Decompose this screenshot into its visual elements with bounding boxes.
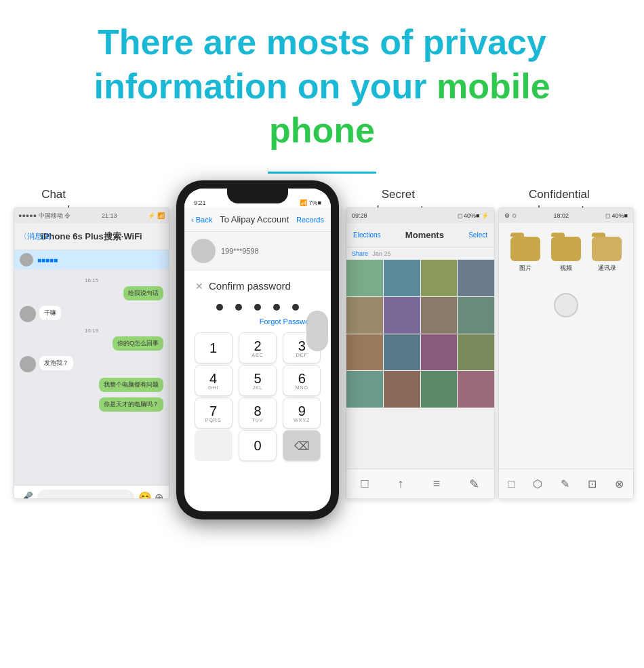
photos-status-bar: 09:28 ◻ 40%■ ⚡ [346, 208, 494, 223]
add-icon[interactable]: ⊕ [155, 491, 163, 499]
home-button[interactable] [554, 293, 578, 317]
photos-share-label[interactable]: Share [352, 250, 368, 257]
phone-account-number: 199***9598 [221, 247, 259, 255]
photo-cell-12[interactable] [458, 334, 494, 371]
keypad-row-4: 0 ⌫ [191, 430, 324, 461]
photo-cell-13[interactable] [346, 371, 383, 408]
files-toolbar-icon-5[interactable]: ⊗ [615, 477, 624, 490]
photo-cell-15[interactable] [421, 371, 458, 408]
photos-share-row: Share Jan 25 [346, 248, 494, 260]
photo-cell-9[interactable] [346, 334, 383, 371]
photo-cell-8[interactable] [458, 297, 494, 334]
photo-cell-10[interactable] [384, 334, 420, 371]
keypad-num-8: 8 [254, 404, 261, 418]
files-toolbar-icon-4[interactable]: ⊡ [588, 477, 597, 490]
files-toolbar-icon-3[interactable]: ✎ [561, 477, 569, 490]
photo-cell-14[interactable] [384, 371, 420, 408]
keypad-num-2: 2 [254, 339, 261, 353]
keypad-num-9: 9 [298, 404, 306, 418]
files-status-time: 18:02 [554, 212, 569, 219]
chat-bubble-1: 给我说句话 [123, 286, 163, 300]
keypad-key-7[interactable]: 7 PQRS [195, 397, 233, 429]
photo-cell-7[interactable] [421, 297, 458, 334]
keypad-letters-8: TUV [251, 418, 263, 423]
chat-carrier: ●●●●● 中国移动 令 [18, 212, 71, 220]
chat-status-bar: ●●●●● 中国移动 令 21:13 ⚡ 📶 [14, 208, 169, 223]
header-title: There are mosts of privacy information o… [41, 20, 603, 153]
keypad-num-4: 4 [209, 372, 217, 385]
phone-account-area: 199***9598 [184, 232, 331, 271]
photos-toolbar: □ ↑ ≡ ✎ [346, 469, 494, 498]
keypad-key-6[interactable]: 6 MNO [283, 365, 321, 396]
voice-icon[interactable]: 🎤 [20, 491, 33, 499]
phone-back-button[interactable]: ‹ Back [191, 216, 212, 224]
photo-cell-16[interactable] [458, 371, 494, 408]
keypad-key-9[interactable]: 9 WXYZ [283, 397, 321, 429]
keypad-key-4[interactable]: 4 GHI [195, 365, 233, 396]
photos-screenshot: 09:28 ◻ 40%■ ⚡ Elections Moments Select … [346, 208, 495, 499]
files-screenshot: ⚙ ✩ 18:02 ◻ 40%■ 图片 视频 通讯录 □ ⬡ ✎ ⊡ ⊗ [498, 208, 634, 499]
folder-item-images[interactable]: 图片 [510, 237, 540, 273]
chat-time: 21:13 [102, 212, 117, 219]
photos-toolbar-icon-3[interactable]: ≡ [433, 477, 441, 491]
photos-header: Elections Moments Select [346, 223, 494, 248]
photo-cell-4[interactable] [458, 260, 494, 296]
keypad-key-1[interactable]: 1 [195, 332, 233, 364]
folder-item-contacts[interactable]: 通讯录 [592, 237, 622, 273]
keypad-key-delete[interactable]: ⌫ [283, 430, 321, 461]
photo-cell-5[interactable] [346, 297, 383, 334]
photo-cell-6[interactable] [384, 297, 420, 334]
keypad-num-5: 5 [254, 372, 261, 385]
folder-icon-contacts [592, 237, 622, 261]
phone-screen: 9:21 📶 7%■ ‹ Back To Alipay Account Reco… [184, 189, 331, 511]
phone-confirm-label: Confirm password [209, 280, 291, 292]
keypad-key-0[interactable]: 0 [239, 430, 277, 461]
keypad-row-2: 4 GHI 5 JKL 6 MNO [191, 365, 324, 396]
photos-elections-button[interactable]: Elections [353, 231, 381, 239]
files-toolbar: □ ⬡ ✎ ⊡ ⊗ [499, 469, 633, 498]
keypad-num-1: 1 [209, 341, 217, 355]
keypad-key-5[interactable]: 5 JKL [239, 365, 277, 396]
chat-message-1: 给我说句话 [20, 286, 163, 300]
keypad-key-empty [195, 430, 233, 461]
files-toolbar-icon-2[interactable]: ⬡ [533, 477, 542, 490]
phone-notch [227, 189, 288, 203]
header-line1-cyan: There are mosts of [98, 22, 423, 62]
screenshots-area: Chatrecord Paymentpassword Secretdocumen… [0, 180, 644, 587]
photo-cell-1[interactable] [346, 260, 383, 296]
keypad-num-7: 7 [209, 404, 217, 418]
folder-item-videos[interactable]: 视频 [551, 237, 581, 273]
phone-close-button[interactable]: ✕ [195, 281, 203, 292]
photo-cell-11[interactable] [421, 334, 458, 371]
keypad-key-8[interactable]: 8 TUV [239, 397, 277, 429]
files-status-left: ⚙ ✩ [504, 212, 517, 219]
chat-back-button[interactable]: 〈消息(1) [20, 231, 51, 241]
header-privacy: privacy [423, 22, 546, 62]
chat-timestamp-1: 16:15 [20, 277, 163, 283]
keypad-letters-6: MNO [296, 385, 308, 390]
chat-battery: ⚡ 📶 [148, 212, 165, 219]
keypad-letters-5: JKL [252, 385, 262, 390]
chat-input-field[interactable] [37, 490, 134, 500]
files-toolbar-icon-1[interactable]: □ [508, 478, 515, 490]
phone-nav-records-button[interactable]: Records [296, 216, 324, 224]
files-status-bar: ⚙ ✩ 18:02 ◻ 40%■ [499, 208, 633, 223]
photos-share-date: Jan 25 [373, 250, 391, 257]
keypad-key-2[interactable]: 2 ABC [239, 332, 277, 364]
photos-select-button[interactable]: Select [468, 231, 487, 239]
chat-contact-bar: ■■■■■ [14, 250, 169, 269]
photos-toolbar-icon-1[interactable]: □ [361, 477, 369, 491]
photos-toolbar-icon-2[interactable]: ↑ [398, 477, 404, 491]
photo-cell-2[interactable] [384, 260, 420, 296]
chat-timestamp-2: 16:19 [20, 328, 163, 334]
chat-message-4: 发泡我？ [20, 356, 163, 372]
keypad-letters-7: PQRS [205, 418, 222, 423]
phone-dot-3 [254, 304, 261, 311]
keypad-row-1: 1 2 ABC 3 DEF [191, 332, 324, 364]
contact-name: ■■■■■ [37, 256, 58, 264]
emoji-icon[interactable]: 😊 [138, 491, 152, 499]
photos-toolbar-icon-4[interactable]: ✎ [469, 477, 479, 492]
photo-cell-3[interactable] [421, 260, 458, 296]
phone-outer: 9:21 📶 7%■ ‹ Back To Alipay Account Reco… [176, 180, 339, 519]
phone-account-avatar [191, 239, 216, 263]
